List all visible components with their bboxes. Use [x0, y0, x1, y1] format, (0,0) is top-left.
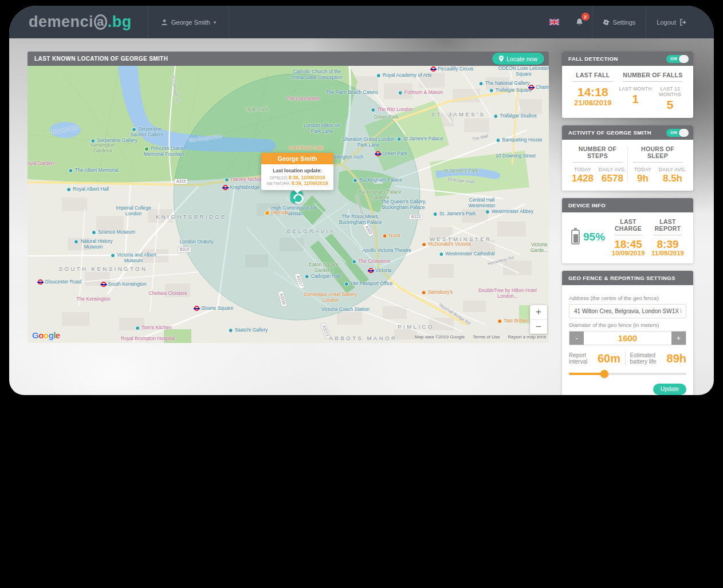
navbar: demencia.bg George Smith ▾ 2	[9, 6, 714, 38]
last-12-months-label: LAST 12 MONTHS	[653, 86, 687, 97]
battery-life-block: Estimated battery life 89h	[630, 352, 686, 365]
map-card: LAST KNOWN LOCATION OF GEORGE SMITH Loca…	[27, 52, 549, 343]
logout-icon	[679, 19, 686, 26]
last-12-months-value: 5	[653, 98, 687, 111]
update-button[interactable]: Update	[653, 384, 686, 395]
sleep-avg-value: 8.5h	[658, 173, 687, 184]
steps-today-value: 1428	[568, 173, 598, 184]
map-data-credit: Map data ©2019 Google	[415, 334, 465, 340]
popup-gps-label: GPS(12)	[269, 175, 288, 180]
diameter-increase-button[interactable]: +	[671, 332, 686, 345]
geofence-header: GEO FENCE & REPORTING SETTINGS	[562, 271, 693, 285]
navbar-right: 2 Settings Logout	[541, 6, 697, 38]
daily-avg-label: DAILY AVG.	[598, 167, 627, 172]
fall-detection-toggle[interactable]: ON	[666, 55, 689, 63]
settings-button[interactable]: Settings	[592, 6, 646, 38]
last-fall-time: 14:18	[568, 86, 618, 98]
daily-avg-label: DAILY AVG.	[658, 167, 687, 172]
logout-button[interactable]: Logout	[646, 6, 697, 38]
popup-person-name: George Smith	[261, 153, 333, 164]
sleep-block: HOURS OF SLEEP TODAY 9h DAILY AVG. 8.5h	[628, 145, 687, 184]
battery-life-value: 89h	[667, 352, 686, 365]
gear-icon	[603, 19, 610, 26]
divider	[625, 352, 626, 365]
activity-panel: ACTIVITY OF GEORGE SMITH ON NUMBER OF ST…	[562, 125, 693, 191]
sleep-today-value: 9h	[628, 173, 658, 184]
today-label: TODAY	[628, 167, 658, 172]
map-base-art	[27, 66, 549, 343]
report-interval-value: 60m	[598, 352, 620, 365]
activity-title: ACTIVITY OF GEORGE SMITH	[568, 129, 651, 136]
geofence-panel: GEO FENCE & REPORTING SETTINGS Address (…	[562, 271, 693, 395]
popup-network-value: 8:39, 11/09/2019	[292, 180, 328, 186]
steps-today: TODAY 1428	[568, 167, 598, 184]
report-interval-slider[interactable]	[569, 370, 686, 378]
chevron-down-icon: ▾	[214, 19, 217, 25]
language-flag-button[interactable]	[541, 6, 567, 38]
last-charge-time: 18:45	[608, 239, 648, 250]
last-charge-block: LAST CHARGE 18:45 10/09/2019	[608, 218, 648, 256]
number-of-falls-label: NUMBER OF FALLS	[623, 72, 683, 82]
toggle-on-label: ON	[670, 56, 677, 61]
battery-block: 95%	[568, 230, 608, 244]
map-title: LAST KNOWN LOCATION OF GEORGE SMITH	[34, 56, 168, 62]
sleep-today: TODAY 9h	[628, 167, 658, 184]
brand-logo: demencia.bg	[29, 13, 132, 31]
geofence-stats: Report interval 60m Estimated battery li…	[569, 352, 686, 365]
notification-badge: 2	[581, 13, 590, 21]
activity-toggle[interactable]: ON	[666, 129, 689, 137]
sidebar: FALL DETECTION ON LAST FALL 14:18 21/08/…	[562, 52, 693, 395]
popup-arrow	[293, 190, 301, 198]
device-info-panel: DEVICE INFO 95% LAST CHARGE 18:45 10/09/…	[562, 198, 693, 263]
brand-circled-a: a	[94, 14, 107, 30]
diameter-stepper: - 1600 +	[569, 331, 686, 345]
address-label: Address (the centre of the geo fence)	[569, 295, 686, 301]
popup-title: Last location update:	[265, 168, 330, 173]
sleep-avg: DAILY AVG. 8.5h	[658, 167, 687, 184]
battery-percent: 95%	[583, 231, 605, 243]
fall-detection-body: LAST FALL 14:18 21/08/2019 NUMBER OF FAL…	[562, 66, 693, 118]
last-charge-date: 10/09/2019	[608, 250, 648, 256]
user-icon	[161, 19, 168, 26]
popup-network-line: NETWORK 8:39, 11/09/2019	[265, 180, 330, 186]
last-fall-block: LAST FALL 14:18 21/08/2019	[568, 72, 618, 111]
last-report-label: LAST REPORT	[654, 218, 682, 235]
user-menu[interactable]: George Smith ▾	[148, 6, 229, 38]
last-report-time: 8:39	[648, 239, 687, 250]
zoom-out-button[interactable]: −	[530, 320, 547, 334]
steps-block: NUMBER OF STEPS TODAY 1428 DAILY AVG. 65…	[568, 145, 627, 184]
today-label: TODAY	[568, 167, 598, 172]
address-input[interactable]	[569, 304, 686, 318]
battery-life-label: Estimated battery life	[630, 352, 663, 365]
zoom-in-button[interactable]: +	[530, 305, 547, 320]
uk-flag-icon	[549, 19, 559, 25]
pin-icon	[499, 56, 504, 62]
device-info-header: DEVICE INFO	[562, 198, 693, 212]
activity-body: NUMBER OF STEPS TODAY 1428 DAILY AVG. 65…	[562, 140, 693, 191]
terms-of-use-link[interactable]: Terms of Use	[473, 334, 500, 340]
map-canvas[interactable]: Catholic Church of the Immaculate Concep…	[27, 66, 549, 343]
toggle-on-label: ON	[670, 130, 677, 135]
steps-avg: DAILY AVG. 6578	[598, 167, 627, 184]
toggle-knob	[679, 129, 689, 137]
google-logo: Google	[32, 330, 60, 340]
last-month-value: 1	[618, 93, 653, 105]
geofence-body: Address (the centre of the geo fence) Di…	[562, 285, 693, 395]
report-interval-block: Report interval 60m	[569, 352, 620, 365]
battery-icon	[571, 230, 580, 244]
last-fall-date: 21/08/2019	[568, 98, 618, 107]
popup-gps-value: 8:39, 11/09/2019	[289, 175, 325, 180]
report-map-error-link[interactable]: Report a map error	[508, 334, 547, 340]
fall-detection-panel: FALL DETECTION ON LAST FALL 14:18 21/08/…	[562, 52, 693, 118]
slider-fill	[569, 373, 604, 375]
popup-network-label: NETWORK	[267, 181, 292, 186]
logout-label: Logout	[657, 19, 676, 26]
locate-now-button[interactable]: Locate now	[492, 53, 544, 65]
diameter-decrease-button[interactable]: -	[569, 332, 584, 345]
falls-last-year: LAST 12 MONTHS 5	[653, 86, 687, 111]
notifications-button[interactable]: 2	[567, 6, 592, 38]
app-window: demencia.bg George Smith ▾ 2	[9, 6, 714, 395]
popup-gps-line: GPS(12) 8:39, 11/09/2019	[265, 175, 330, 180]
slider-knob[interactable]	[600, 370, 608, 378]
device-info-body: 95% LAST CHARGE 18:45 10/09/2019 LAST RE…	[562, 212, 693, 263]
